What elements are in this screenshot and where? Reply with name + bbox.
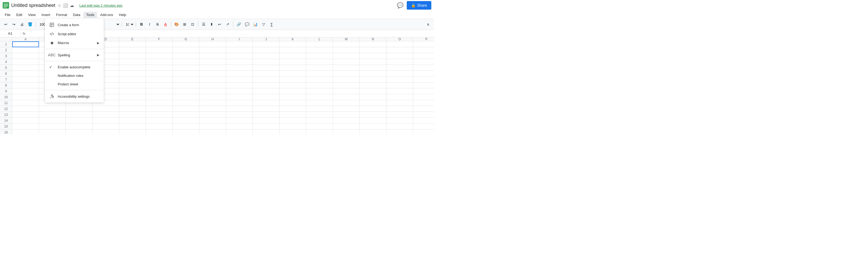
- merge-button[interactable]: ⊡: [189, 21, 196, 28]
- chart-button[interactable]: 📊: [251, 21, 259, 28]
- row-num-14[interactable]: 14: [0, 118, 12, 124]
- table-row: [12, 112, 434, 118]
- cell-p1[interactable]: [413, 41, 434, 47]
- row-num-15[interactable]: 15: [0, 124, 12, 129]
- cell-e1[interactable]: [119, 41, 146, 47]
- cell-i1[interactable]: [226, 41, 253, 47]
- paint-format-button[interactable]: 🪣: [26, 21, 34, 28]
- row-num-13[interactable]: 13: [0, 112, 12, 118]
- row-num-2[interactable]: 2: [0, 47, 12, 53]
- row-num-12[interactable]: 12: [0, 106, 12, 112]
- menu-data[interactable]: Data: [70, 12, 83, 18]
- cell-f1[interactable]: [146, 41, 173, 47]
- menu-insert[interactable]: Insert: [39, 12, 53, 18]
- col-header-f[interactable]: F: [146, 37, 173, 41]
- halign-button[interactable]: ☰: [200, 21, 207, 28]
- row-num-5[interactable]: 5: [0, 65, 12, 71]
- col-header-o[interactable]: O: [386, 37, 413, 41]
- toolbar-divider-1: [35, 22, 36, 27]
- col-header-p[interactable]: P: [413, 37, 434, 41]
- check-icon: ✓: [49, 65, 55, 69]
- menu-tools[interactable]: Tools: [83, 12, 97, 18]
- toolbar-divider-5: [136, 22, 136, 27]
- row-num-4[interactable]: 4: [0, 59, 12, 65]
- cell-h1[interactable]: [199, 41, 226, 47]
- redo-button[interactable]: ↪: [10, 21, 18, 28]
- row-num-10[interactable]: 10: [0, 94, 12, 100]
- cloud-icon[interactable]: ☁: [70, 3, 74, 8]
- wrap-button[interactable]: ↩: [216, 21, 223, 28]
- row-num-8[interactable]: 8: [0, 82, 12, 88]
- menu-help[interactable]: Help: [116, 12, 129, 18]
- table-row: [12, 118, 434, 124]
- col-header-k[interactable]: K: [280, 37, 306, 41]
- last-edit[interactable]: Last edit was 2 minutes ago: [80, 3, 122, 7]
- menu-item-enable-autocomplete[interactable]: ✓ Enable autocomplete: [45, 63, 104, 71]
- row-num-1[interactable]: 1: [0, 41, 12, 47]
- row-num-6[interactable]: 6: [0, 71, 12, 76]
- cell-j1[interactable]: [253, 41, 280, 47]
- row-num-11[interactable]: 11: [0, 100, 12, 106]
- menu-view[interactable]: View: [25, 12, 38, 18]
- doc-title[interactable]: Untitled spreadsheet: [11, 3, 55, 8]
- menu-format[interactable]: Format: [54, 12, 70, 18]
- cell-a2[interactable]: [12, 47, 39, 53]
- undo-button[interactable]: ↩: [2, 21, 10, 28]
- macro-icon: ⏺: [49, 40, 55, 45]
- col-header-h[interactable]: H: [199, 37, 226, 41]
- col-header-g[interactable]: G: [173, 37, 199, 41]
- row-num-7[interactable]: 7: [0, 76, 12, 82]
- bold-button[interactable]: B: [137, 21, 145, 28]
- fill-color-button[interactable]: 🎨: [173, 21, 180, 28]
- col-header-i[interactable]: I: [226, 37, 253, 41]
- share-button[interactable]: 🔒 Share: [407, 1, 431, 10]
- drive-icon[interactable]: ⬜: [63, 3, 68, 8]
- row-num-3[interactable]: 3: [0, 53, 12, 59]
- collapse-button[interactable]: ∧: [424, 21, 432, 28]
- menu-item-notification-rules[interactable]: ✓ Notification rules: [45, 71, 104, 80]
- text-color-button[interactable]: A: [162, 21, 169, 28]
- col-header-m[interactable]: M: [333, 37, 360, 41]
- menu-item-macros[interactable]: ⏺ Macros ▶: [45, 38, 104, 47]
- function-button[interactable]: ∑: [268, 21, 275, 28]
- row-num-9[interactable]: 9: [0, 88, 12, 94]
- toolbar-divider-4: [122, 22, 122, 27]
- col-header-l[interactable]: L: [306, 37, 333, 41]
- col-header-j[interactable]: J: [253, 37, 280, 41]
- cell-l1[interactable]: [306, 41, 333, 47]
- cell-reference[interactable]: [2, 32, 18, 35]
- print-button[interactable]: 🖨: [18, 21, 26, 28]
- row-num-16[interactable]: 16: [0, 129, 12, 135]
- star-icon[interactable]: ☆: [58, 3, 61, 8]
- menu-addons[interactable]: Add-ons: [97, 12, 116, 18]
- menu-item-accessibility[interactable]: Accessibility settings: [45, 92, 104, 101]
- menu-item-spelling[interactable]: ABC Spelling ▶: [45, 51, 104, 59]
- col-header-a[interactable]: A: [12, 37, 39, 41]
- fontsize-select[interactable]: 10 11 12: [123, 22, 134, 27]
- spelling-label: Spelling: [58, 53, 94, 57]
- cell-m1[interactable]: [333, 41, 360, 47]
- cell-g1[interactable]: [173, 41, 199, 47]
- cell-o1[interactable]: [386, 41, 413, 47]
- menu-file[interactable]: File: [2, 12, 13, 18]
- menu-item-protect-sheet[interactable]: ✓ Protect sheet: [45, 80, 104, 88]
- filter-button[interactable]: ▽: [260, 21, 267, 28]
- chat-icon[interactable]: 💬: [397, 2, 404, 8]
- borders-button[interactable]: ⊞: [181, 21, 188, 28]
- col-header-n[interactable]: N: [360, 37, 386, 41]
- col-header-e[interactable]: E: [119, 37, 146, 41]
- comment-button[interactable]: 💬: [243, 21, 251, 28]
- lock-icon: 🔒: [411, 3, 415, 7]
- cell-n1[interactable]: [360, 41, 386, 47]
- cell-a1[interactable]: [12, 41, 39, 47]
- menu-edit[interactable]: Edit: [13, 12, 25, 18]
- menu-item-create-form[interactable]: Create a form: [45, 20, 104, 29]
- valign-button[interactable]: ⬍: [208, 21, 215, 28]
- menu-item-script-editor[interactable]: Script editor: [45, 29, 104, 38]
- cell-k1[interactable]: [280, 41, 306, 47]
- link-button[interactable]: 🔗: [235, 21, 243, 28]
- italic-button[interactable]: I: [146, 21, 153, 28]
- rotate-button[interactable]: ↗: [224, 21, 231, 28]
- dropdown-divider-1: [45, 49, 104, 49]
- strikethrough-button[interactable]: S: [154, 21, 161, 28]
